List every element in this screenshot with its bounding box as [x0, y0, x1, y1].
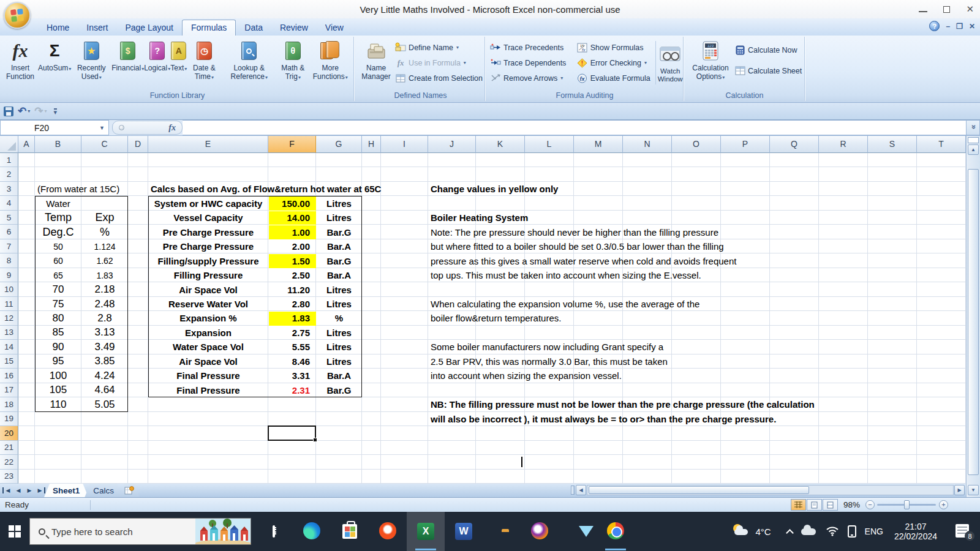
chevron-up-icon[interactable]: [786, 529, 794, 537]
cell-F12[interactable]: 1.83: [268, 311, 316, 325]
office-button[interactable]: [4, 2, 31, 29]
cell-F15[interactable]: 8.46: [268, 354, 316, 369]
ribbon-button-lookup-reference[interactable]: Lookup & Reference▾: [221, 37, 277, 89]
cell-C14[interactable]: 3.49: [81, 340, 128, 354]
cell-G9[interactable]: Bar.A: [316, 268, 362, 282]
row-header-18[interactable]: 18: [0, 397, 18, 411]
ribbon-button-recently-used[interactable]: ★Recently Used▾: [71, 37, 111, 89]
taskbar-app-word[interactable]: W: [445, 512, 483, 551]
clock[interactable]: 21:07 22/02/2024: [894, 522, 937, 541]
cell-J18[interactable]: NB: The filling pressure must not be low…: [428, 397, 815, 411]
cell-G16[interactable]: Bar.A: [316, 369, 362, 383]
ribbon-button-logical[interactable]: ?Logical▾: [144, 37, 170, 89]
customize-qat-icon[interactable]: ▾: [54, 108, 58, 114]
minimize-button-icon[interactable]: [919, 11, 927, 12]
cell-C9[interactable]: 1.83: [81, 268, 128, 282]
redo-button[interactable]: ↷▾: [34, 106, 47, 116]
undo-button[interactable]: ↶▾: [18, 106, 30, 116]
cell-F4[interactable]: 150.00: [268, 196, 316, 210]
taskbar-search[interactable]: Type here to search: [29, 518, 251, 545]
ribbon-button-remove-arrows[interactable]: Remove Arrows▾: [488, 70, 575, 86]
insert-function-button[interactable]: fx Insert Function: [2, 37, 38, 89]
cell-G13[interactable]: Litres: [316, 326, 362, 340]
ribbon-button-financial[interactable]: $Financial▾: [111, 37, 144, 89]
ribbon-button-trace-precedents[interactable]: Trace Precedents: [488, 40, 575, 55]
ribbon-button-text[interactable]: AText▾: [170, 37, 187, 89]
taskbar-app-chrome[interactable]: [597, 512, 635, 551]
horizontal-scrollbar[interactable]: ◀ ▶: [576, 485, 965, 496]
column-header-K[interactable]: K: [476, 136, 525, 153]
ribbon-button-trace-dependents[interactable]: Trace Dependents: [488, 55, 575, 70]
row-header-7[interactable]: 7: [0, 239, 18, 253]
column-header-J[interactable]: J: [428, 136, 476, 153]
vertical-scrollbar-thumb[interactable]: [968, 169, 979, 475]
column-header-M[interactable]: M: [574, 136, 623, 153]
scroll-down-icon[interactable]: ▼: [968, 485, 979, 495]
zoom-slider-thumb[interactable]: [904, 500, 910, 509]
taskbar-app-edge[interactable]: [293, 512, 331, 551]
scroll-left-icon[interactable]: ◀: [576, 485, 586, 495]
zoom-in-icon[interactable]: +: [939, 500, 948, 509]
cell-J3[interactable]: Change values in yellow only: [428, 182, 558, 196]
notification-center-button[interactable]: 8: [956, 524, 971, 539]
selected-cell-F20[interactable]: [268, 425, 316, 440]
cell-B11[interactable]: 75: [35, 297, 81, 311]
row-header-10[interactable]: 10: [0, 282, 18, 296]
cell-J6[interactable]: Note: The pre pressure should never be h…: [428, 225, 718, 239]
horizontal-scrollbar-thumb[interactable]: [589, 486, 809, 494]
close-button-icon[interactable]: ✕: [966, 4, 974, 15]
cell-F5[interactable]: 14.00: [268, 211, 316, 225]
cell-B12[interactable]: 80: [35, 311, 81, 325]
cell-C12[interactable]: 2.8: [81, 311, 128, 325]
cell-B10[interactable]: 70: [35, 282, 81, 296]
cell-E8[interactable]: Filling/supply Pressure: [148, 253, 268, 268]
cell-B7[interactable]: 50: [35, 239, 81, 253]
cell-G6[interactable]: Bar.G: [316, 225, 362, 239]
column-header-P[interactable]: P: [721, 136, 770, 153]
cell-C18[interactable]: 5.05: [81, 397, 128, 411]
vertical-scrollbar[interactable]: ▲ ▼: [966, 136, 980, 497]
cell-C13[interactable]: 3.13: [81, 326, 128, 340]
tab-page-layout[interactable]: Page Layout: [116, 20, 182, 36]
row-header-6[interactable]: 6: [0, 225, 18, 239]
weather-widget[interactable]: 4°C: [732, 524, 771, 539]
cell-F7[interactable]: 2.00: [268, 239, 316, 253]
scroll-right-icon[interactable]: ▶: [954, 485, 965, 495]
column-header-H[interactable]: H: [362, 136, 381, 153]
cell-E6[interactable]: Pre Charge Pressure: [148, 225, 268, 239]
row-header-4[interactable]: 4: [0, 196, 18, 210]
cell-G11[interactable]: Litres: [316, 297, 362, 311]
cell-C6[interactable]: %: [81, 225, 128, 239]
cell-B4[interactable]: Water: [35, 196, 81, 210]
cell-F9[interactable]: 2.50: [268, 268, 316, 282]
ribbon-button-math-trig[interactable]: θMath & Trig▾: [277, 37, 309, 89]
cell-J15[interactable]: 2.5 Bar PRV, this was normally 3.0 Bar, …: [428, 354, 668, 369]
column-header-L[interactable]: L: [525, 136, 574, 153]
column-header-O[interactable]: O: [672, 136, 721, 153]
cell-J7[interactable]: but where fitted to a boiler should be s…: [428, 239, 724, 253]
next-sheet-icon[interactable]: ▶: [24, 487, 34, 493]
cell-J12[interactable]: boiler flow&return temperatures.: [428, 311, 561, 325]
cell-E7[interactable]: Pre Charge Pressure: [148, 239, 268, 253]
cell-C5[interactable]: Exp: [81, 211, 128, 225]
tab-review[interactable]: Review: [271, 20, 317, 36]
taskbar-app-mail[interactable]: [559, 512, 597, 551]
cell-E5[interactable]: Vessel Capacity: [148, 211, 268, 225]
cell-E3[interactable]: Calcs based on Avg. of Flow&return hot w…: [148, 182, 381, 196]
cell-F13[interactable]: 2.75: [268, 326, 316, 340]
calculation-options-button[interactable]: 123 Calculation Options▾: [688, 37, 733, 89]
vertical-split-handle[interactable]: [968, 137, 979, 143]
expand-formula-bar-button[interactable]: «: [966, 120, 980, 135]
cell-E16[interactable]: Final Pressure: [148, 369, 268, 383]
select-all-corner[interactable]: [0, 136, 18, 153]
horizontal-split-handle[interactable]: [571, 485, 575, 495]
tab-formulas[interactable]: Formulas: [182, 20, 236, 36]
page-break-view-button[interactable]: [823, 499, 838, 511]
name-box-dropdown-icon[interactable]: ▼: [99, 125, 105, 131]
previous-sheet-icon[interactable]: ◀: [13, 487, 23, 493]
cell-F14[interactable]: 5.55: [268, 340, 316, 354]
row-header-3[interactable]: 3: [0, 182, 18, 196]
cell-F6[interactable]: 1.00: [268, 225, 316, 239]
row-header-17[interactable]: 17: [0, 383, 18, 397]
wifi-icon[interactable]: [826, 525, 839, 538]
